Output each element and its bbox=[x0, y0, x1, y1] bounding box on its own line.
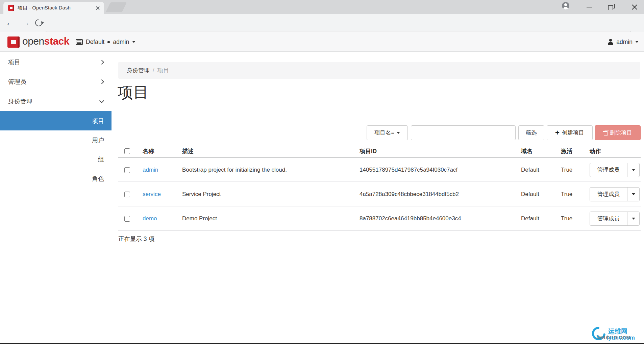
chevron-down-icon bbox=[635, 41, 639, 43]
sidebar-item-label: 身份管理 bbox=[8, 97, 100, 105]
project-enabled-cell: True bbox=[561, 158, 572, 181]
manage-members-button[interactable]: 管理成员 bbox=[590, 212, 627, 225]
row-checkbox[interactable] bbox=[124, 167, 130, 173]
project-name-cell: service bbox=[143, 183, 161, 206]
project-context-switcher[interactable]: Default admin bbox=[76, 32, 135, 52]
tab-close-icon[interactable] bbox=[95, 5, 101, 11]
column-header-name: 名称 bbox=[143, 145, 154, 157]
sidebar-subitem-roles[interactable]: 角色 bbox=[0, 169, 112, 188]
breadcrumb: 身份管理 / 项目 bbox=[118, 62, 640, 79]
filter-field-dropdown[interactable]: 项目名= bbox=[367, 125, 408, 140]
row-checkbox[interactable] bbox=[124, 216, 130, 222]
openstack-favicon-icon bbox=[8, 5, 14, 11]
row-select-cell bbox=[124, 183, 130, 206]
openstack-logo-text[interactable]: openstack bbox=[22, 35, 69, 47]
filter-search-input[interactable] bbox=[411, 125, 516, 140]
browser-profile-icon[interactable] bbox=[562, 2, 569, 9]
project-description-cell: Service Project bbox=[182, 183, 221, 206]
chevron-down-icon bbox=[132, 41, 135, 43]
filter-field-label: 项目名= bbox=[374, 129, 394, 137]
user-menu[interactable]: admin bbox=[608, 32, 639, 52]
trash-icon bbox=[603, 130, 608, 135]
browser-tab[interactable]: 项目 - OpenStack Dash bbox=[3, 2, 104, 14]
project-domain-cell: Default bbox=[521, 158, 539, 181]
context-separator-dot bbox=[107, 41, 110, 43]
sidebar-item-label: 管理员 bbox=[8, 78, 100, 86]
create-button-label: 创建项目 bbox=[562, 129, 584, 137]
row-actions: 管理成员 bbox=[590, 163, 640, 177]
sidebar-subitem-label: 组 bbox=[98, 155, 104, 164]
row-select-cell bbox=[124, 158, 130, 181]
sidebar-item-admin[interactable]: 管理员 bbox=[0, 72, 112, 92]
column-header-id: 项目ID bbox=[360, 145, 377, 157]
column-header-actions: 动作 bbox=[590, 145, 601, 157]
manage-members-button[interactable]: 管理成员 bbox=[590, 163, 627, 177]
chevron-down-icon bbox=[397, 132, 400, 134]
browser-toolbar: ← → i 192.168.56.11/dashboard/identity/ … bbox=[0, 14, 644, 32]
plus-icon: + bbox=[555, 129, 560, 136]
sidebar-subitem-users[interactable]: 用户 bbox=[0, 130, 112, 150]
project-id-cell: 8a788702c6ea46419bb85b4e4600e3c4 bbox=[360, 207, 461, 230]
logo-word-stack: stack bbox=[44, 35, 69, 47]
row-actions-dropdown[interactable] bbox=[627, 212, 639, 225]
create-project-button[interactable]: + 创建项目 bbox=[547, 125, 593, 140]
select-all-checkbox[interactable] bbox=[124, 148, 130, 154]
table-row: demo Demo Project 8a788702c6ea46419bb85b… bbox=[118, 207, 641, 231]
window-minimize-button[interactable] bbox=[587, 7, 592, 7]
sidebar-item-project[interactable]: 项目 bbox=[0, 52, 112, 72]
project-name-cell: demo bbox=[143, 207, 157, 230]
table-footer-count: 正在显示 3 项 bbox=[118, 235, 154, 243]
chevron-down-icon bbox=[632, 169, 635, 171]
watermark-site-url: iyunv.com bbox=[607, 335, 635, 341]
project-domain-cell: Default bbox=[521, 183, 539, 206]
row-checkbox[interactable] bbox=[124, 192, 130, 197]
row-actions-dropdown[interactable] bbox=[627, 163, 639, 177]
project-id-cell: 4a5a728a309c48cbbece31844bdf5cb2 bbox=[360, 183, 459, 206]
sidebar-subitem-projects[interactable]: 项目 bbox=[0, 111, 112, 130]
project-id-cell: 14055178975d417987c5a94f030c7acf bbox=[360, 158, 457, 181]
filter-button[interactable]: 筛选 bbox=[518, 125, 544, 140]
project-link[interactable]: admin bbox=[143, 167, 158, 173]
openstack-header: openstack Default admin admin bbox=[0, 32, 644, 52]
chevron-down-icon bbox=[632, 218, 635, 220]
window-restore-button[interactable] bbox=[608, 4, 615, 10]
project-link[interactable]: service bbox=[143, 191, 161, 198]
screen-bottom-edge bbox=[0, 343, 644, 344]
refresh-icon[interactable] bbox=[34, 18, 44, 28]
delete-button-label: 删除项目 bbox=[610, 129, 632, 137]
sidebar-item-label: 项目 bbox=[8, 58, 100, 66]
column-header-domain: 域名 bbox=[521, 145, 532, 157]
window-close-button[interactable] bbox=[631, 4, 638, 10]
logo-word-open: open bbox=[22, 35, 44, 47]
sidebar-subitem-groups[interactable]: 组 bbox=[0, 150, 112, 169]
context-domain: Default bbox=[86, 39, 104, 46]
breadcrumb-separator: / bbox=[153, 67, 154, 74]
delete-projects-button[interactable]: 删除项目 bbox=[595, 125, 641, 140]
chevron-right-icon bbox=[99, 60, 104, 65]
new-tab-button[interactable] bbox=[106, 2, 127, 12]
select-all-cell bbox=[124, 145, 130, 157]
context-project: admin bbox=[113, 39, 129, 46]
back-button[interactable]: ← bbox=[5, 14, 15, 32]
breadcrumb-current: 项目 bbox=[157, 67, 169, 74]
row-actions: 管理成员 bbox=[590, 187, 640, 201]
project-domain-cell: Default bbox=[521, 207, 539, 230]
breadcrumb-parent[interactable]: 身份管理 bbox=[127, 67, 150, 74]
filter-button-label: 筛选 bbox=[526, 129, 537, 137]
row-actions: 管理成员 bbox=[590, 212, 640, 226]
sidebar-subitem-label: 角色 bbox=[92, 175, 104, 183]
table-row: service Service Project 4a5a728a309c48cb… bbox=[118, 183, 641, 206]
page-title: 项目 bbox=[118, 82, 149, 103]
manage-members-button[interactable]: 管理成员 bbox=[590, 188, 627, 201]
table-row: admin Bootstrap project for initializing… bbox=[118, 158, 641, 182]
project-link[interactable]: demo bbox=[143, 215, 157, 222]
row-actions-dropdown[interactable] bbox=[627, 188, 639, 201]
projects-table-header: 名称 描述 项目ID 域名 激活 动作 bbox=[118, 145, 641, 158]
column-header-enabled: 激活 bbox=[561, 145, 572, 157]
project-enabled-cell: True bbox=[561, 183, 572, 206]
sidebar-item-identity[interactable]: 身份管理 bbox=[0, 92, 112, 111]
row-select-cell bbox=[124, 207, 130, 230]
browser-window: 项目 - OpenStack Dash ← → i 192.168.56.11/… bbox=[0, 0, 644, 345]
openstack-logo-icon[interactable] bbox=[7, 36, 20, 48]
domain-list-icon bbox=[76, 39, 83, 45]
